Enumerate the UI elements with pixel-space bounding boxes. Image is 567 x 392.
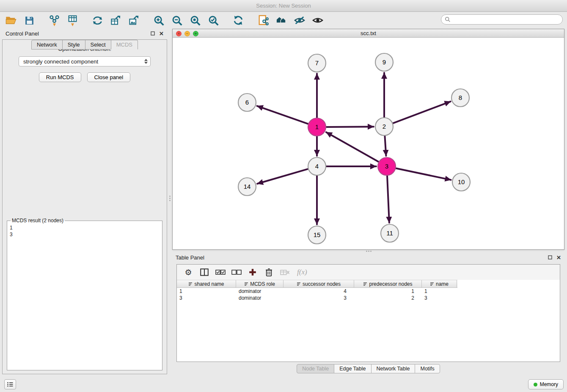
zoom-out-icon <box>171 15 183 26</box>
tab-select[interactable]: Select <box>85 40 111 50</box>
mcds-result-box: MCDS result (2 nodes) 1 3 <box>7 218 162 370</box>
panel-list-button[interactable] <box>4 379 16 389</box>
horizontal-splitter[interactable] <box>364 250 373 252</box>
cell-predecessor-nodes[interactable]: 1 <box>354 288 422 295</box>
import-table-button[interactable] <box>65 13 80 28</box>
zoom-fit-button[interactable] <box>187 13 203 28</box>
tab-network[interactable]: Network <box>31 40 63 50</box>
result-node-1[interactable]: 1 <box>10 224 160 231</box>
edge-3-10[interactable] <box>396 168 451 180</box>
node-10[interactable]: 10 <box>452 173 470 191</box>
show-columns-button[interactable] <box>197 266 212 279</box>
tab-edge-table[interactable]: Edge Table <box>334 364 371 373</box>
search-box[interactable] <box>441 14 563 25</box>
hide-graphics-button[interactable] <box>292 13 307 28</box>
node-3[interactable]: 3 <box>378 157 396 175</box>
sort-icon <box>188 282 193 286</box>
table-panel-title: Table Panel <box>176 254 204 261</box>
show-graphics-button[interactable] <box>310 13 325 28</box>
network-window-titlebar[interactable]: × − + scc.txt <box>173 29 564 38</box>
column-header-mcds-role[interactable]: MCDS role <box>236 280 284 287</box>
home-button[interactable] <box>274 13 289 28</box>
column-header-name[interactable]: name <box>422 280 457 287</box>
memory-label: Memory <box>540 381 558 387</box>
export-image-button[interactable] <box>126 13 141 28</box>
tab-motifs[interactable]: Motifs <box>415 364 440 373</box>
cell-name[interactable]: 3 <box>422 295 457 301</box>
run-mcds-button[interactable]: Run MCDS <box>39 72 81 82</box>
close-panel-button[interactable]: Close panel <box>87 72 131 82</box>
optimization-criterion-select[interactable]: strongly connected component <box>19 56 151 66</box>
node-11[interactable]: 11 <box>381 224 399 242</box>
unselect-all-columns-button[interactable] <box>229 266 244 279</box>
node-9[interactable]: 9 <box>375 53 393 71</box>
cell-name[interactable]: 1 <box>422 288 457 295</box>
open-session-button[interactable] <box>3 13 19 28</box>
node-1[interactable]: 1 <box>308 118 326 136</box>
delete-table-button[interactable] <box>278 266 292 279</box>
cell-mcds-role[interactable]: dominator <box>236 288 284 295</box>
memory-button[interactable]: Memory <box>528 379 564 389</box>
unchecked-boxes-icon <box>231 269 242 275</box>
node-2[interactable]: 2 <box>375 118 393 135</box>
function-builder-button[interactable]: f(x) <box>297 268 307 276</box>
result-node-3[interactable]: 3 <box>10 231 160 238</box>
cell-mcds-role[interactable]: dominator <box>236 295 284 301</box>
svg-text:14: 14 <box>244 183 251 190</box>
minimize-window-button[interactable]: − <box>184 31 190 36</box>
vertical-splitter[interactable] <box>168 195 171 204</box>
window-titlebar[interactable]: Session: New Session <box>0 0 567 12</box>
table-row[interactable]: 3 dominator 3 2 3 <box>177 295 560 301</box>
maximize-window-button[interactable]: + <box>193 31 198 36</box>
cell-shared-name[interactable]: 3 <box>177 295 236 301</box>
svg-text:3: 3 <box>385 163 388 170</box>
column-header-successor-nodes[interactable]: successor nodes <box>284 280 354 287</box>
column-label: name <box>436 281 449 287</box>
edge-1-2[interactable] <box>326 127 374 127</box>
control-panel-close-icon[interactable]: ✕ <box>159 30 164 37</box>
edge-2-8[interactable] <box>393 102 451 123</box>
zoom-in-button[interactable] <box>151 13 166 28</box>
refresh-button[interactable] <box>231 13 246 28</box>
network-canvas[interactable]: 7968124310141511 <box>173 38 564 249</box>
table-settings-button[interactable]: ⚙ <box>181 266 195 279</box>
node-8[interactable]: 8 <box>451 89 469 107</box>
node-4[interactable]: 4 <box>308 157 326 175</box>
node-6[interactable]: 6 <box>238 94 256 111</box>
column-header-shared-name[interactable]: shared name <box>177 280 236 287</box>
import-table-icon <box>67 14 78 27</box>
close-window-button[interactable]: × <box>176 31 182 36</box>
export-network-button[interactable] <box>90 13 105 28</box>
table-panel-float-icon[interactable] <box>548 255 552 259</box>
edge-3-11[interactable] <box>387 176 389 223</box>
column-header-predecessor-nodes[interactable]: predecessor nodes <box>354 280 422 287</box>
tab-network-table[interactable]: Network Table <box>371 364 416 373</box>
delete-column-button[interactable] <box>261 266 276 279</box>
edge-3-1[interactable] <box>326 132 379 162</box>
node-14[interactable]: 14 <box>238 178 256 196</box>
zoom-out-button[interactable] <box>169 13 184 28</box>
create-column-button[interactable] <box>245 266 260 279</box>
cell-shared-name[interactable]: 1 <box>177 288 236 295</box>
tab-mcds[interactable]: MCDS <box>111 40 138 50</box>
save-session-button[interactable] <box>22 13 37 28</box>
edge-1-6[interactable] <box>257 106 308 124</box>
zoom-selected-button[interactable] <box>206 13 221 28</box>
tab-style[interactable]: Style <box>62 40 85 50</box>
tab-node-table[interactable]: Node Table <box>297 364 334 373</box>
search-input[interactable] <box>453 17 559 23</box>
edge-2-3[interactable] <box>385 136 386 156</box>
export-table-button[interactable] <box>108 13 123 28</box>
table-panel-close-icon[interactable]: ✕ <box>556 254 561 261</box>
select-all-columns-button[interactable] <box>213 266 228 279</box>
cell-successor-nodes[interactable]: 3 <box>284 295 354 301</box>
table-row[interactable]: 1 dominator 4 1 1 <box>177 288 560 295</box>
network-document-button[interactable] <box>256 13 271 28</box>
control-panel-float-icon[interactable] <box>151 31 155 36</box>
edge-4-14[interactable] <box>257 169 308 184</box>
import-network-button[interactable] <box>47 13 62 28</box>
node-7[interactable]: 7 <box>308 54 326 72</box>
cell-successor-nodes[interactable]: 4 <box>284 288 354 295</box>
node-15[interactable]: 15 <box>308 226 326 244</box>
cell-predecessor-nodes[interactable]: 2 <box>354 295 422 301</box>
